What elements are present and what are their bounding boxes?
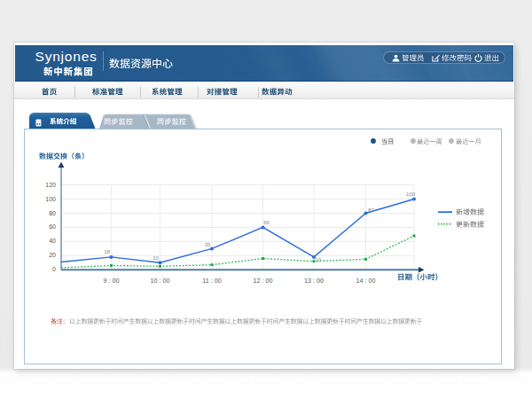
svg-text:80: 80 [368, 207, 374, 213]
svg-text:10: 10 [153, 255, 159, 261]
svg-text:11 : 00: 11 : 00 [202, 277, 221, 285]
svg-text:60: 60 [49, 223, 56, 230]
svg-text:10: 10 [316, 257, 322, 262]
svg-text:18: 18 [104, 249, 110, 254]
svg-text:120: 120 [45, 182, 56, 188]
svg-text:100: 100 [45, 196, 56, 202]
svg-text:80: 80 [49, 210, 56, 216]
svg-text:20: 20 [49, 252, 56, 258]
svg-text:12 : 00: 12 : 00 [254, 277, 273, 285]
svg-text:14 : 00: 14 : 00 [356, 277, 376, 285]
svg-text:0: 0 [52, 266, 56, 272]
svg-text:60: 60 [263, 220, 270, 225]
svg-text:10 : 00: 10 : 00 [151, 277, 170, 285]
svg-text:40: 40 [49, 238, 56, 244]
svg-text:35: 35 [205, 242, 211, 247]
svg-text:100: 100 [406, 192, 416, 197]
svg-text:13 : 00: 13 : 00 [304, 277, 324, 285]
svg-text:9 : 00: 9 : 00 [104, 277, 120, 285]
